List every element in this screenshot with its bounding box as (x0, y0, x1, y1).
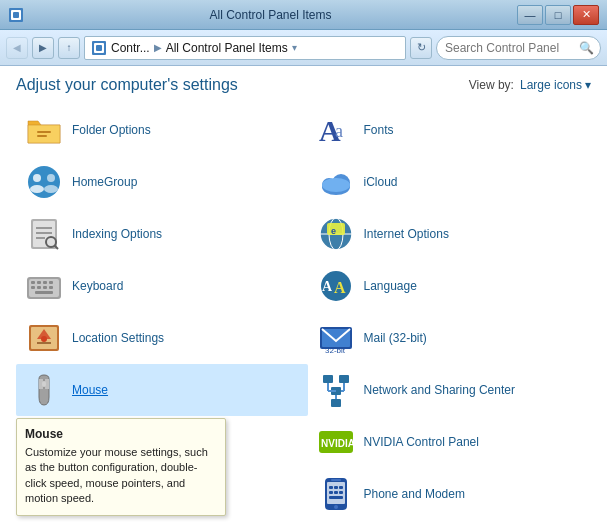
grid-container[interactable]: Folder Options A a Fonts (0, 100, 607, 530)
content-header: Adjust your computer's settings View by:… (0, 66, 607, 100)
title-bar-controls: — □ ✕ (517, 5, 599, 25)
homegroup-icon (24, 162, 64, 202)
svg-rect-55 (323, 375, 333, 383)
svg-rect-83 (339, 491, 343, 494)
svg-rect-34 (31, 281, 35, 284)
svg-rect-42 (35, 291, 53, 294)
list-item[interactable]: Keyboard (16, 260, 308, 312)
svg-text:e: e (331, 226, 336, 236)
list-item[interactable]: NVIDIA NVIDIA Control Panel (308, 416, 600, 468)
phone-modem-label: Phone and Modem (364, 487, 465, 501)
svg-rect-36 (43, 281, 47, 284)
list-item[interactable]: Network and Sharing Center (308, 364, 600, 416)
svg-point-48 (41, 336, 47, 342)
search-icon: 🔍 (579, 41, 594, 55)
view-selector[interactable]: Large icons ▾ (520, 78, 591, 92)
svg-point-76 (334, 505, 338, 509)
icloud-icon (316, 162, 356, 202)
mouse-label: Mouse (72, 383, 108, 397)
mouse-tooltip: Mouse Customize your mouse settings, suc… (16, 418, 226, 516)
view-mode-label: Large icons (520, 78, 582, 92)
address-bar: ◀ ▶ ↑ Contr... ▶ All Control Panel Items… (0, 30, 607, 66)
tooltip-text: Customize your mouse settings, such as t… (25, 445, 217, 507)
homegroup-label: HomeGroup (72, 175, 137, 189)
svg-point-18 (322, 178, 350, 192)
list-item[interactable]: 32-bit Mail (32-bit) (308, 312, 600, 364)
path-part2: All Control Panel Items (166, 41, 288, 55)
list-item[interactable]: Indexing Options (16, 208, 308, 260)
network-icon (316, 370, 356, 410)
svg-rect-79 (334, 486, 338, 489)
svg-rect-77 (331, 479, 341, 481)
fonts-icon: A a (316, 110, 356, 150)
svg-rect-81 (329, 491, 333, 494)
svg-rect-35 (37, 281, 41, 284)
language-icon: A A (316, 266, 356, 306)
svg-point-11 (33, 174, 41, 182)
mail-icon: 32-bit (316, 318, 356, 358)
svg-rect-7 (37, 135, 47, 137)
svg-rect-37 (49, 281, 53, 284)
svg-rect-56 (339, 375, 349, 383)
language-label: Language (364, 279, 417, 293)
address-path[interactable]: Contr... ▶ All Control Panel Items ▾ (84, 36, 406, 60)
svg-text:32-bit: 32-bit (325, 346, 346, 355)
items-grid: Folder Options A a Fonts (16, 104, 599, 520)
svg-text:A: A (334, 279, 346, 296)
nvidia-icon: NVIDIA (316, 422, 356, 462)
close-button[interactable]: ✕ (573, 5, 599, 25)
mail-label: Mail (32-bit) (364, 331, 427, 345)
list-item[interactable]: e Internet Options (308, 208, 600, 260)
window-title: All Control Panel Items (24, 8, 517, 22)
indexing-icon (24, 214, 64, 254)
svg-rect-40 (43, 286, 47, 289)
list-item[interactable]: HomeGroup (16, 156, 308, 208)
view-by-label: View by: (469, 78, 514, 92)
back-button[interactable]: ◀ (6, 37, 28, 59)
svg-point-12 (47, 174, 55, 182)
list-item[interactable]: A a Fonts (308, 104, 600, 156)
svg-text:NVIDIA: NVIDIA (321, 438, 355, 449)
nvidia-label: NVIDIA Control Panel (364, 435, 479, 449)
phone-icon (316, 474, 356, 514)
list-item[interactable]: Mouse Mouse Customize your mouse setting… (16, 364, 308, 416)
title-bar-left (8, 7, 24, 23)
keyboard-icon (24, 266, 64, 306)
svg-rect-39 (37, 286, 41, 289)
svg-rect-41 (49, 286, 53, 289)
svg-rect-78 (329, 486, 333, 489)
svg-text:A: A (322, 279, 333, 294)
tooltip-title: Mouse (25, 427, 217, 441)
list-item[interactable]: A A Language (308, 260, 600, 312)
minimize-button[interactable]: — (517, 5, 543, 25)
svg-rect-84 (329, 496, 343, 499)
list-item[interactable]: Phone and Modem (308, 468, 600, 520)
path-dropdown[interactable]: ▾ (292, 42, 297, 53)
keyboard-label: Keyboard (72, 279, 123, 293)
list-item[interactable]: Location Settings (16, 312, 308, 364)
indexing-label: Indexing Options (72, 227, 162, 241)
fonts-label: Fonts (364, 123, 394, 137)
svg-rect-58 (331, 399, 341, 407)
svg-rect-6 (37, 131, 51, 133)
view-arrow-icon: ▾ (585, 78, 591, 92)
list-item[interactable]: iCloud (308, 156, 600, 208)
svg-rect-2 (13, 12, 19, 18)
internet-options-label: Internet Options (364, 227, 449, 241)
icloud-label: iCloud (364, 175, 398, 189)
list-item[interactable]: Folder Options (16, 104, 308, 156)
folder-options-icon (24, 110, 64, 150)
window-icon (8, 7, 24, 23)
svg-point-54 (42, 381, 46, 387)
main-area: Adjust your computer's settings View by:… (0, 66, 607, 530)
refresh-button[interactable]: ↻ (410, 37, 432, 59)
svg-rect-20 (33, 221, 55, 247)
path-separator: ▶ (154, 42, 162, 53)
svg-rect-80 (339, 486, 343, 489)
svg-point-10 (28, 166, 60, 198)
up-button[interactable]: ↑ (58, 37, 80, 59)
forward-button[interactable]: ▶ (32, 37, 54, 59)
search-input[interactable] (445, 41, 575, 55)
maximize-button[interactable]: □ (545, 5, 571, 25)
svg-point-13 (30, 185, 44, 193)
